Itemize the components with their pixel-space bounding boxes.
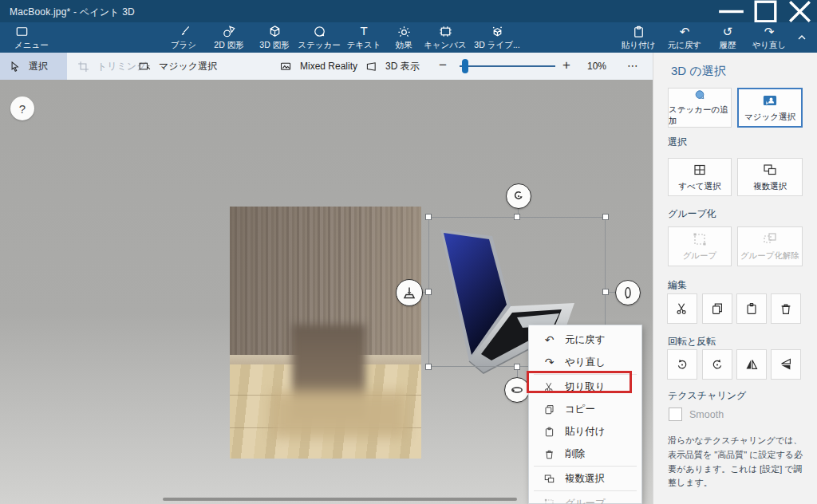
multiselect-button[interactable]: 複数選択: [737, 158, 803, 196]
magic-select-panel-button[interactable]: マジック選択: [737, 88, 803, 128]
context-menu-group[interactable]: グループ: [529, 492, 641, 504]
rotate-y-handle[interactable]: [615, 280, 641, 305]
canvas-area[interactable]: ?: [0, 80, 653, 504]
rotate-left-icon: [675, 357, 689, 372]
rotate-x-icon: [509, 382, 525, 398]
section-label-grouping: グループ化: [668, 207, 716, 221]
titlebar: MacBook.jpg* - ペイント 3D: [0, 0, 817, 22]
copy-button[interactable]: [702, 293, 732, 324]
selection-handle-n[interactable]: [514, 214, 520, 220]
zoom-slider-track[interactable]: [460, 65, 555, 67]
collapse-ribbon-button[interactable]: [791, 29, 812, 46]
window-controls: [714, 0, 817, 22]
delete-button[interactable]: [771, 293, 801, 324]
ribbon-redo[interactable]: ↷ やり直し: [747, 23, 791, 52]
3d-library-icon: [490, 24, 505, 39]
group-button[interactable]: グループ: [668, 226, 732, 266]
select-tool-button[interactable]: 選択: [0, 53, 67, 80]
mixed-reality-button[interactable]: Mixed Reality: [271, 53, 365, 80]
selection-handle-e[interactable]: [602, 289, 609, 295]
rotate-icon: [511, 188, 527, 204]
scissors-icon: [675, 301, 689, 316]
mixed-reality-icon: [279, 60, 293, 73]
ribbon-canvas[interactable]: キャンバス: [423, 23, 468, 52]
close-button[interactable]: [783, 0, 817, 22]
ribbon-brush[interactable]: ブラシ: [161, 23, 206, 52]
trash-icon: [543, 448, 555, 460]
help-button[interactable]: ?: [10, 96, 34, 120]
trash-icon: [779, 301, 793, 316]
ribbon-2d-shapes[interactable]: 2D 図形: [207, 23, 251, 52]
paste-button[interactable]: [736, 293, 767, 324]
add-sticker-button[interactable]: ステッカーの追加: [668, 88, 732, 128]
ribbon-history[interactable]: ↺ 履歴: [705, 23, 750, 52]
push-depth-icon: [401, 285, 417, 301]
ribbon-text[interactable]: T テキスト: [341, 23, 386, 52]
ribbon-stickers[interactable]: ステッカー: [297, 23, 341, 52]
smooth-label: Smooth: [689, 409, 724, 420]
history-icon: ↺: [723, 25, 733, 39]
ribbon: メニュー ブラシ 2D 図形 3D 図形 ステッカー T テキスト 効果 キャ: [0, 22, 817, 53]
copy-icon: [710, 301, 724, 316]
panel-title: 3D の選択: [671, 64, 726, 79]
cut-button[interactable]: [667, 293, 697, 324]
context-menu-paste[interactable]: 貼り付け: [529, 420, 641, 443]
ribbon-paste[interactable]: 貼り付け: [616, 23, 661, 52]
zoom-slider-thumb[interactable]: [462, 59, 468, 73]
canvas-icon: [438, 24, 453, 39]
3d-view-icon: [365, 60, 378, 73]
zoom-level-value: 10%: [587, 61, 606, 72]
selection-handle-nw[interactable]: [425, 214, 432, 220]
flip-vertical-icon: [779, 357, 793, 372]
select-all-button[interactable]: すべて選択: [668, 158, 732, 196]
3d-view-button[interactable]: 3D 表示: [357, 53, 428, 80]
paint3d-window: MacBook.jpg* - ペイント 3D メニュー ブラシ 2D 図形 3D…: [0, 0, 817, 504]
magic-select-tool-button[interactable]: マジック選択: [130, 53, 225, 80]
ungroup-button[interactable]: グループ化解除: [737, 226, 803, 266]
texturing-note: 滑らかなテクスチャリングでは、表示品質を "高品質" に設定する必要があります。…: [668, 434, 807, 490]
rotate-right-button[interactable]: [702, 349, 732, 380]
flip-horizontal-button[interactable]: [736, 349, 767, 380]
selection-handle-sw[interactable]: [425, 364, 432, 370]
undo-icon: ↶: [680, 25, 690, 39]
cursor-icon: [8, 60, 22, 73]
context-menu-copy[interactable]: コピー: [529, 398, 641, 420]
horizontal-scrollbar[interactable]: [163, 498, 517, 501]
context-menu-redo[interactable]: ↷ やり直し: [529, 351, 641, 373]
multiselect-icon: [762, 162, 778, 178]
copy-icon: [543, 404, 555, 415]
ribbon-undo[interactable]: ↶ 元に戻す: [662, 23, 707, 52]
chevron-up-icon: [796, 32, 807, 43]
ribbon-effects[interactable]: 効果: [381, 23, 426, 52]
section-label-rotate: 回転と反転: [668, 335, 716, 348]
zoom-out-button[interactable]: −: [435, 57, 451, 73]
context-menu-undo[interactable]: ↶ 元に戻す: [529, 329, 641, 351]
rotate-right-icon: [710, 357, 724, 372]
2d-shapes-icon: [222, 24, 237, 39]
paste-icon: [744, 301, 759, 316]
maximize-button[interactable]: [748, 0, 783, 22]
section-label-edit: 編集: [668, 278, 687, 292]
menu-button[interactable]: メニュー: [3, 23, 49, 52]
section-label-select: 選択: [668, 136, 687, 149]
sticker-icon: [312, 24, 327, 39]
crop-icon: [77, 60, 90, 73]
multiselect-icon: [543, 473, 555, 485]
ribbon-3d-library[interactable]: 3D ライブ...: [471, 23, 523, 52]
selection-handle-ne[interactable]: [602, 214, 609, 220]
ribbon-3d-shapes[interactable]: 3D 図形: [252, 23, 297, 52]
context-menu-multiselect[interactable]: 複数選択: [529, 467, 641, 490]
depth-handle[interactable]: [396, 279, 423, 306]
rotate-z-handle[interactable]: [506, 183, 531, 209]
text-tool-icon: T: [360, 25, 367, 39]
smooth-checkbox[interactable]: [669, 408, 682, 421]
photo-image[interactable]: [230, 207, 421, 459]
flip-vertical-button[interactable]: [771, 349, 801, 380]
minimize-button[interactable]: [714, 0, 748, 22]
zoom-in-button[interactable]: +: [558, 57, 574, 73]
selection-handle-w[interactable]: [425, 289, 432, 295]
rotate-left-button[interactable]: [667, 349, 697, 380]
selection-handle-s[interactable]: [514, 364, 520, 370]
context-menu-delete[interactable]: 削除: [529, 443, 641, 465]
more-options-button[interactable]: ⋯: [627, 59, 639, 72]
